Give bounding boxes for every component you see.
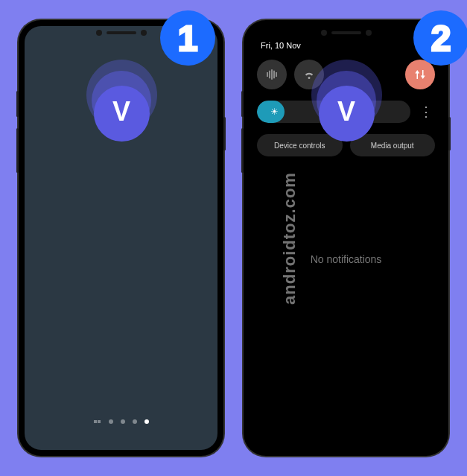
device-controls-button[interactable]: Device controls <box>257 134 343 156</box>
phone-notch <box>309 26 384 39</box>
brightness-menu-button[interactable]: ⋮ <box>416 104 435 120</box>
no-notifications-text: No notifications <box>311 253 382 265</box>
step-number: 1 <box>178 18 198 59</box>
wifi-icon <box>302 68 316 81</box>
power-button <box>448 117 451 150</box>
watermark-text: androidtoz.com <box>280 172 299 305</box>
vibrate-tile[interactable] <box>257 60 287 89</box>
phone-frame-step1: V <box>19 20 223 456</box>
volume-button <box>16 91 19 117</box>
page-dot <box>121 419 125 424</box>
step-number: 2 <box>431 18 451 59</box>
page-dot-active <box>144 419 149 424</box>
page-dot <box>133 419 137 424</box>
step-badge: 1 <box>160 10 215 66</box>
sun-icon: ☀ <box>270 107 279 117</box>
step-badge: 2 <box>413 10 467 66</box>
media-output-button[interactable]: Media output <box>350 134 436 156</box>
power-button <box>223 117 226 150</box>
status-date: Fri, 10 Nov <box>261 41 301 50</box>
home-page-indicator[interactable] <box>94 419 149 424</box>
page-dot <box>109 419 113 424</box>
phone-frame-step2: Fri, 10 Nov ☀ ⋮ Device controls <box>244 20 448 456</box>
volume-button <box>241 128 244 173</box>
apps-grid-icon <box>94 420 101 423</box>
data-arrows-icon <box>413 68 427 81</box>
data-tile[interactable] <box>405 60 435 89</box>
phone-screen[interactable]: Fri, 10 Nov ☀ ⋮ Device controls <box>250 26 442 450</box>
volume-button <box>16 128 19 173</box>
chevron-down-icon: V <box>112 98 130 125</box>
vibrate-icon <box>265 68 279 81</box>
chevron-down-icon: V <box>337 98 355 125</box>
volume-button <box>241 91 244 117</box>
phone-screen[interactable]: V <box>25 26 217 450</box>
phone-notch <box>84 26 159 39</box>
